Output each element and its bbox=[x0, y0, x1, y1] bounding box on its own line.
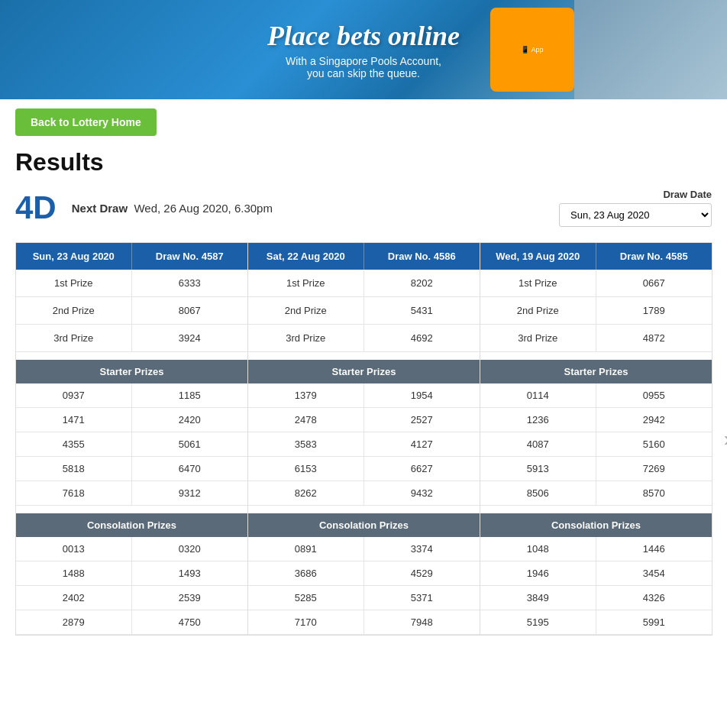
prize-label-2-2: 3rd Prize bbox=[480, 325, 596, 351]
consolation-number-1-2: 3686 bbox=[248, 561, 364, 586]
col-header-1: Sat, 22 Aug 2020Draw No. 4586 bbox=[248, 243, 480, 270]
prize-label-0-2: 3rd Prize bbox=[16, 325, 132, 351]
banner: Place bets online With a Singapore Pools… bbox=[0, 0, 727, 99]
starter-number-2-1: 0955 bbox=[596, 383, 712, 408]
main-content: Back to Lottery Home Results 4D Next Dra… bbox=[0, 99, 727, 645]
prize-value-0-2: 3924 bbox=[132, 325, 248, 351]
starter-number-0-4: 4355 bbox=[16, 432, 132, 457]
page-title: Results bbox=[15, 148, 712, 176]
prize-value-2-2: 4872 bbox=[596, 325, 712, 351]
prize-value-1-0: 8202 bbox=[364, 270, 480, 296]
consolation-grid-0: 00130320148814932402253928794750 bbox=[16, 537, 247, 635]
col-date-2: Wed, 19 Aug 2020 bbox=[480, 243, 596, 270]
consolation-number-0-4: 2402 bbox=[16, 586, 132, 610]
starter-number-1-0: 1379 bbox=[248, 383, 364, 408]
consolation-number-2-7: 5991 bbox=[596, 610, 712, 635]
consolation-number-1-3: 4529 bbox=[364, 561, 480, 586]
col-draw-no-1: Draw No. 4586 bbox=[364, 243, 480, 270]
consolation-number-2-5: 4326 bbox=[596, 586, 712, 610]
starter-number-0-2: 1471 bbox=[16, 408, 132, 432]
banner-title: Place bets online bbox=[267, 20, 460, 52]
col-date-0: Sun, 23 Aug 2020 bbox=[16, 243, 132, 270]
starter-header-0: Starter Prizes bbox=[16, 360, 247, 383]
consolation-number-2-2: 1946 bbox=[480, 561, 596, 586]
consolation-number-2-6: 5195 bbox=[480, 610, 596, 635]
starter-number-0-0: 0937 bbox=[16, 383, 132, 408]
consolation-number-0-1: 0320 bbox=[132, 537, 248, 561]
starter-number-2-5: 5160 bbox=[596, 432, 712, 457]
consolation-header-2: Consolation Prizes bbox=[480, 513, 712, 537]
starter-number-2-2: 1236 bbox=[480, 408, 596, 432]
prize-row-1-2: 3rd Prize4692 bbox=[248, 325, 480, 352]
starter-number-1-9: 9432 bbox=[364, 481, 480, 506]
starter-number-2-7: 7269 bbox=[596, 457, 712, 481]
consolation-number-1-4: 5285 bbox=[248, 586, 364, 610]
starter-number-2-8: 8506 bbox=[480, 481, 596, 506]
prize-value-0-0: 6333 bbox=[132, 270, 248, 296]
starter-number-0-3: 2420 bbox=[132, 408, 248, 432]
starter-grid-2: 0114095512362942408751605913726985068570 bbox=[480, 383, 712, 506]
starter-number-1-7: 6627 bbox=[364, 457, 480, 481]
back-to-lottery-home-button[interactable]: Back to Lottery Home bbox=[15, 108, 157, 136]
consolation-number-2-3: 3454 bbox=[596, 561, 712, 586]
consolation-grid-1: 08913374368645295285537171707948 bbox=[248, 537, 480, 635]
starter-number-0-7: 6470 bbox=[132, 457, 248, 481]
col-draw-no-2: Draw No. 4585 bbox=[596, 243, 712, 270]
starter-number-2-9: 8570 bbox=[596, 481, 712, 506]
prize-row-1-1: 2nd Prize5431 bbox=[248, 297, 480, 325]
prize-value-2-0: 0667 bbox=[596, 270, 712, 296]
prize-row-1-0: 1st Prize8202 bbox=[248, 270, 480, 297]
starter-header-1: Starter Prizes bbox=[248, 360, 480, 383]
consolation-number-1-6: 7170 bbox=[248, 610, 364, 635]
prize-row-0-0: 1st Prize6333 bbox=[16, 270, 247, 297]
starter-header-2: Starter Prizes bbox=[480, 360, 712, 383]
prize-row-2-2: 3rd Prize4872 bbox=[480, 325, 712, 352]
consolation-number-0-2: 1488 bbox=[16, 561, 132, 586]
starter-number-1-8: 8262 bbox=[248, 481, 364, 506]
starter-number-1-2: 2478 bbox=[248, 408, 364, 432]
consolation-header-1: Consolation Prizes bbox=[248, 513, 480, 537]
prize-row-0-1: 2nd Prize8067 bbox=[16, 297, 247, 325]
banner-subtitle: With a Singapore Pools Account, you can … bbox=[267, 55, 460, 79]
consolation-number-0-5: 2539 bbox=[132, 586, 248, 610]
results-column-1: Sat, 22 Aug 2020Draw No. 45861st Prize82… bbox=[247, 242, 480, 636]
prize-label-2-0: 1st Prize bbox=[480, 270, 596, 296]
starter-grid-0: 0937118514712420435550615818647076189312 bbox=[16, 383, 247, 506]
draw-date-label: Draw Date bbox=[559, 189, 712, 200]
draw-date-select[interactable]: Sun, 23 Aug 2020Sat, 22 Aug 2020Wed, 19 … bbox=[559, 203, 712, 227]
col-header-2: Wed, 19 Aug 2020Draw No. 4585 bbox=[480, 243, 712, 270]
next-draw-info: Next Draw Wed, 26 Aug 2020, 6.30pm bbox=[72, 202, 273, 215]
banner-phone-mockup: 📱 App bbox=[490, 8, 574, 92]
starter-number-0-8: 7618 bbox=[16, 481, 132, 506]
lottery-logo: 4D bbox=[15, 192, 57, 224]
prize-label-1-0: 1st Prize bbox=[248, 270, 364, 296]
starter-number-2-4: 4087 bbox=[480, 432, 596, 457]
starter-number-1-1: 1954 bbox=[364, 383, 480, 408]
starter-number-1-6: 6153 bbox=[248, 457, 364, 481]
results-column-0: Sun, 23 Aug 2020Draw No. 45871st Prize63… bbox=[15, 242, 248, 636]
prize-label-0-1: 2nd Prize bbox=[16, 297, 132, 324]
prize-label-2-1: 2nd Prize bbox=[480, 297, 596, 324]
starter-number-0-6: 5818 bbox=[16, 457, 132, 481]
starter-number-0-1: 1185 bbox=[132, 383, 248, 408]
consolation-number-1-5: 5371 bbox=[364, 586, 480, 610]
prize-value-1-1: 5431 bbox=[364, 297, 480, 324]
consolation-number-2-0: 1048 bbox=[480, 537, 596, 561]
consolation-number-1-0: 0891 bbox=[248, 537, 364, 561]
prize-value-0-1: 8067 bbox=[132, 297, 248, 324]
starter-number-1-3: 2527 bbox=[364, 408, 480, 432]
consolation-number-0-7: 4750 bbox=[132, 610, 248, 635]
consolation-number-0-6: 2879 bbox=[16, 610, 132, 635]
col-header-0: Sun, 23 Aug 2020Draw No. 4587 bbox=[16, 243, 247, 270]
starter-number-2-3: 2942 bbox=[596, 408, 712, 432]
col-draw-no-0: Draw No. 4587 bbox=[132, 243, 248, 270]
consolation-number-0-0: 0013 bbox=[16, 537, 132, 561]
next-arrow-button[interactable]: › bbox=[720, 419, 727, 459]
starter-grid-1: 1379195424782527358341276153662782629432 bbox=[248, 383, 480, 506]
prize-label-1-1: 2nd Prize bbox=[248, 297, 364, 324]
draw-date-block: Draw Date Sun, 23 Aug 2020Sat, 22 Aug 20… bbox=[559, 189, 712, 227]
results-grid: Sun, 23 Aug 2020Draw No. 45871st Prize63… bbox=[15, 242, 712, 636]
starter-number-1-5: 4127 bbox=[364, 432, 480, 457]
consolation-number-1-7: 7948 bbox=[364, 610, 480, 635]
consolation-number-0-3: 1493 bbox=[132, 561, 248, 586]
